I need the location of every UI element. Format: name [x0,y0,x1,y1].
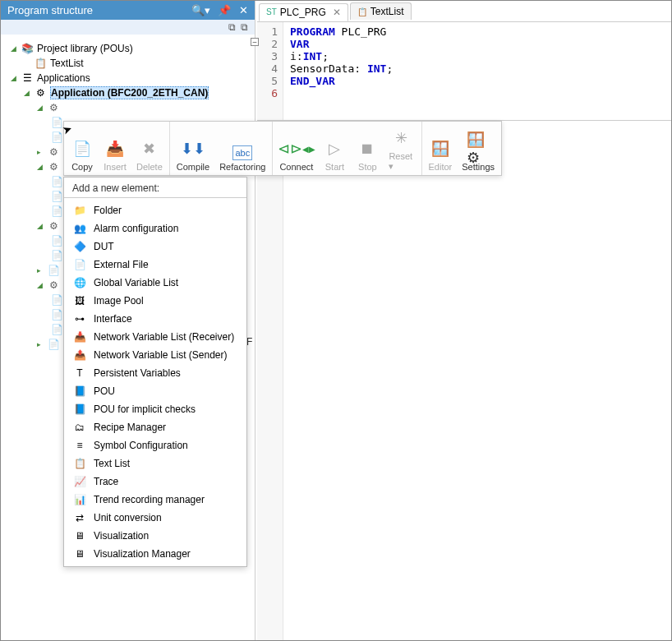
gear-icon: ⚙ [47,219,60,233]
menu-text-list-icon: 📋 [72,457,87,470]
code-line[interactable]: VAR [290,38,393,50]
menu-item-label: POU [94,385,115,397]
menu-interface[interactable]: ⊶Interface [64,310,246,328]
copy-icon[interactable]: ⧉ [228,21,236,33]
btn-label: Connect [279,162,313,172]
node-partial[interactable]: ◢⚙ [4,100,251,115]
compile-button[interactable]: ⬇⬇ Compile [172,123,214,173]
menu-symbol-config[interactable]: ≡Symbol Configuration [64,436,246,454]
expander-icon[interactable]: ◢ [11,44,19,53]
menu-unit-conversion-icon: ⇄ [72,511,87,524]
tab-plc-prg[interactable]: ST PLC_PRG ✕ [259,3,348,21]
menu-item-label: External File [94,259,149,270]
code-line[interactable]: END_VAR [290,75,393,87]
menu-persistent-vars[interactable]: TPersistent Variables [64,364,246,382]
line-number: 4 [257,62,278,75]
menu-text-list[interactable]: 📋Text List [64,454,246,473]
connect-button[interactable]: ⊲⊳◀▶ Connect [274,123,318,173]
menu-trace[interactable]: 📈Trace [64,473,246,491]
menu-visualization-manager[interactable]: 🖥Visualization Manager [64,545,246,563]
menu-nvl-receiver-icon: 📥 [72,330,87,344]
node-applications[interactable]: ◢ ☰ Applications [4,71,251,85]
tab-bar: ST PLC_PRG ✕ 📋 TextList [257,1,671,22]
node-application-selected[interactable]: ◢ ⚙ Application (BFC200_2ETH_CAN) [4,85,251,100]
menu-nvl-sender[interactable]: 📤Network Variable List (Sender) [64,346,246,364]
refactoring-button[interactable]: abc Refactoring [214,123,270,173]
btn-label: Compile [177,162,209,172]
code-body[interactable]: PROGRAM PLC_PRGVAR i:INT; SensorData: IN… [283,22,399,120]
menu-pou-implicit[interactable]: 📘POU for implicit checks [64,400,246,418]
menu-alarm-config[interactable]: 👥Alarm configuration [64,219,246,237]
menu-item-label: Global Variable List [94,277,178,288]
menu-item-label: Unit conversion [94,512,162,523]
menu-item-label: Symbol Configuration [94,440,188,451]
gear-icon: ⚙ [47,101,60,114]
menu-pou-icon: 📘 [72,385,87,398]
delete-button: ✖ Delete [131,123,168,173]
stop-button: ⏹ Stop [351,123,384,173]
reset-icon: ✳ [390,127,413,150]
menu-item-label: DUT [94,241,114,252]
tab-textlist[interactable]: 📋 TextList [350,2,412,20]
menu-image-pool[interactable]: 🖼Image Pool [64,292,246,310]
menu-item-label: Interface [94,313,132,325]
refactoring-icon: abc [232,145,252,160]
settings-button[interactable]: 🪟⚙ Settings [457,123,499,173]
menu-separator [64,197,246,198]
st-badge-icon: ST [266,7,277,16]
library-icon: 📚 [21,42,34,55]
menu-dut-icon: 🔷 [72,240,87,253]
menu-folder-icon: 📁 [72,204,87,217]
insert-icon: 📥 [104,137,127,160]
node-label: Application (BFC200_2ETH_CAN) [50,86,209,99]
menu-item-label: POU for implicit checks [94,404,196,415]
menu-gvl-icon: 🌐 [72,276,87,289]
close-panel-icon[interactable]: ✕ [239,4,248,16]
menu-gvl[interactable]: 🌐Global Variable List [64,274,246,292]
menu-visualization-manager-icon: 🖥 [72,547,87,560]
menu-folder[interactable]: 📁Folder [64,201,246,219]
close-tab-icon[interactable]: ✕ [333,7,341,18]
menu-pou[interactable]: 📘POU [64,382,246,400]
line-gutter: 1 [257,121,283,640]
implementation-editor[interactable]: 1 [257,121,671,640]
pin-icon[interactable]: 📌 [218,4,231,16]
menu-pou-implicit-icon: 📘 [72,403,87,416]
expander-icon[interactable]: ◢ [24,89,32,97]
textlist-icon: 📋 [357,7,367,16]
menu-unit-conversion[interactable]: ⇄Unit conversion [64,509,246,527]
expander-icon[interactable]: ◢ [11,74,19,82]
menu-image-pool-icon: 🖼 [72,294,87,307]
reset-button: ✳ Reset ▾ [384,123,419,173]
menu-external-file[interactable]: 📄External File [64,256,246,274]
node-textlist[interactable]: 📋 TextList [4,56,251,71]
code-line[interactable]: i:INT; [290,50,393,62]
menu-nvl-receiver[interactable]: 📥Network Variable List (Receiver) [64,328,246,346]
menu-trend-manager[interactable]: 📊Trend recording manager [64,491,246,509]
code-line[interactable]: PROGRAM PLC_PRG [290,25,393,38]
code-line[interactable]: SensorData: INT; [290,62,393,75]
menu-item-label: Visualization Manager [94,548,191,560]
line-number: 2 [257,38,278,50]
settings-icon: 🪟⚙ [467,137,490,160]
menu-recipe-manager-icon: 🗂 [72,421,87,434]
node-label: TextList [50,58,84,69]
btn-label: Insert [104,162,127,172]
menu-visualization[interactable]: 🖥Visualization [64,527,246,545]
menu-interface-icon: ⊶ [72,312,87,325]
menu-persistent-vars-icon: T [72,367,87,380]
copy-icon-2[interactable]: ⧉ [241,21,248,33]
node-label: Project library (POUs) [37,43,133,54]
menu-dut[interactable]: 🔷DUT [64,237,246,256]
add-element-menu: Add a new element: 📁Folder👥Alarm configu… [63,177,247,567]
menu-recipe-manager[interactable]: 🗂Recipe Manager [64,418,246,436]
btn-label: Stop [358,162,377,172]
editor-button: 🪟 Editor [424,123,458,173]
declaration-editor[interactable]: − 123456 PROGRAM PLC_PRGVAR i:INT; Senso… [257,22,671,121]
node-label: Applications [37,72,90,84]
search-icon[interactable]: 🔍▾ [191,4,210,16]
editor-icon: 🪟 [429,137,452,160]
page-icon: 📄 [50,205,63,218]
fold-toggle-icon[interactable]: − [251,38,259,46]
node-project-library[interactable]: ◢ 📚 Project library (POUs) [4,41,251,56]
